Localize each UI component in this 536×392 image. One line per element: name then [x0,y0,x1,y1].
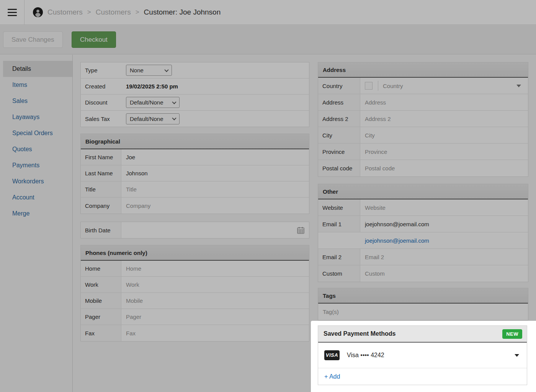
sidebar-item-sales[interactable]: Sales [3,93,72,109]
new-badge: NEW [502,329,522,339]
phone-fax-field[interactable] [121,325,309,341]
breadcrumb: Customers > Customers > Customer: Joe Jo… [33,7,221,17]
birth-date-row: Birth Date [81,222,309,238]
first-name-row: First Name [81,149,309,165]
tags-row [318,304,528,320]
phone-fax-row: Fax [81,325,309,341]
sidebar-item-merge[interactable]: Merge [3,206,72,222]
first-name-field[interactable] [121,149,309,165]
sidebar-item-payments[interactable]: Payments [3,157,72,173]
chevron-down-icon [172,100,176,104]
breadcrumb-link-customers[interactable]: Customers [47,8,83,16]
title-field[interactable] [121,181,309,197]
dropdown-caret-icon [516,85,521,87]
address-label: Address [318,94,360,110]
breadcrumb-separator: > [136,8,139,16]
phone-fax-label: Fax [81,325,121,341]
email1-link[interactable]: joejohnson@joemail.com [365,237,429,244]
last-name-label: Last Name [81,165,121,181]
title-label: Title [81,181,121,197]
sidebar-item-special-orders[interactable]: Special Orders [3,125,72,141]
birth-date-field[interactable] [121,222,297,238]
birth-date-section: Birth Date [80,222,309,238]
type-select[interactable]: None [126,65,172,76]
add-payment-method-link[interactable]: + Add [324,373,340,380]
email1-label: Email 1 [318,216,360,232]
website-row: Website [318,199,528,216]
breadcrumb-separator: > [87,8,91,16]
phone-pager-row: Pager [81,309,309,325]
company-label: Company [81,198,121,214]
tags-section: Tags [318,288,528,320]
spotlight-highlight: Saved Payment Methods NEW VISA Visa ••••… [311,321,536,392]
biographical-section: Biographical First Name Last Name Title … [80,134,309,214]
country-row[interactable]: Country [318,78,528,94]
email1-row: Email 1 [318,216,528,232]
menu-button[interactable] [0,0,25,24]
calendar-icon[interactable] [297,227,304,234]
sidebar-item-quotes[interactable]: Quotes [3,141,72,157]
company-field[interactable] [121,198,309,214]
saved-card-display: Visa •••• 4242 [347,352,384,359]
sidebar-item-workorders[interactable]: Workorders [3,173,72,189]
top-header: Customers > Customers > Customer: Joe Jo… [0,0,536,25]
custom-row: Custom [318,265,528,282]
saved-payment-methods-panel: Saved Payment Methods NEW VISA Visa ••••… [318,325,527,385]
custom-field[interactable] [360,265,528,282]
city-field[interactable] [360,127,528,143]
saved-card-row[interactable]: VISA Visa •••• 4242 [318,343,527,368]
sales-tax-select[interactable]: Default/None [126,113,180,124]
chevron-down-icon [164,67,168,72]
postal-code-field[interactable] [360,160,528,176]
country-select-field[interactable] [378,78,516,94]
address-field[interactable] [360,94,528,110]
city-row: City [318,127,528,144]
chevron-down-icon [172,116,176,120]
address-header: Address [318,62,528,78]
type-row: Type None [81,62,309,78]
checkout-button[interactable]: Checkout [72,31,116,48]
address2-field[interactable] [360,111,528,127]
menu-icon [8,9,17,10]
phones-section: Phones (numeric only) Home Work Mobile P… [80,245,309,341]
sales-tax-row: Sales Tax Default/None [81,111,309,127]
phone-mobile-field[interactable] [121,293,309,309]
phone-pager-field[interactable] [121,309,309,325]
sidebar-item-layaways[interactable]: Layaways [3,109,72,125]
breadcrumb-link-customers-2[interactable]: Customers [96,8,131,16]
email2-field[interactable] [360,249,528,265]
sales-tax-label: Sales Tax [81,111,121,127]
email1-link-row: joejohnson@joemail.com [318,232,528,249]
city-label: City [318,127,360,143]
created-value: 19/02/2025 2:50 pm [121,83,178,90]
phone-work-row: Work [81,277,309,293]
created-row: Created 19/02/2025 2:50 pm [81,78,309,95]
country-flag-placeholder [365,82,373,90]
visa-icon: VISA [324,350,340,360]
postal-code-label: Postal code [318,160,360,176]
title-row: Title [81,181,309,198]
sidebar-item-items[interactable]: Items [3,77,72,93]
birth-date-label: Birth Date [81,222,121,238]
province-field[interactable] [360,144,528,160]
tags-header: Tags [318,288,528,304]
phone-mobile-label: Mobile [81,293,121,309]
province-label: Province [318,144,360,160]
tags-field[interactable] [318,304,528,320]
phone-work-field[interactable] [121,277,309,292]
address-section: Address Country Address Address 2 [318,62,528,177]
last-name-field[interactable] [121,165,309,181]
phone-home-row: Home [81,261,309,277]
discount-select[interactable]: Default/None [126,97,180,108]
address2-label: Address 2 [318,111,360,127]
dropdown-caret-icon [515,354,519,357]
sidebar-item-account[interactable]: Account [3,189,72,206]
phone-home-field[interactable] [121,261,309,276]
created-label: Created [81,78,121,94]
sidebar-item-details[interactable]: Details [3,61,72,77]
save-changes-button[interactable]: Save Changes [3,31,63,48]
province-row: Province [318,144,528,160]
general-section: Type None Created 19/02/2025 2:50 pm Dis… [80,62,309,127]
email1-field[interactable] [360,216,528,232]
website-field[interactable] [360,199,528,216]
